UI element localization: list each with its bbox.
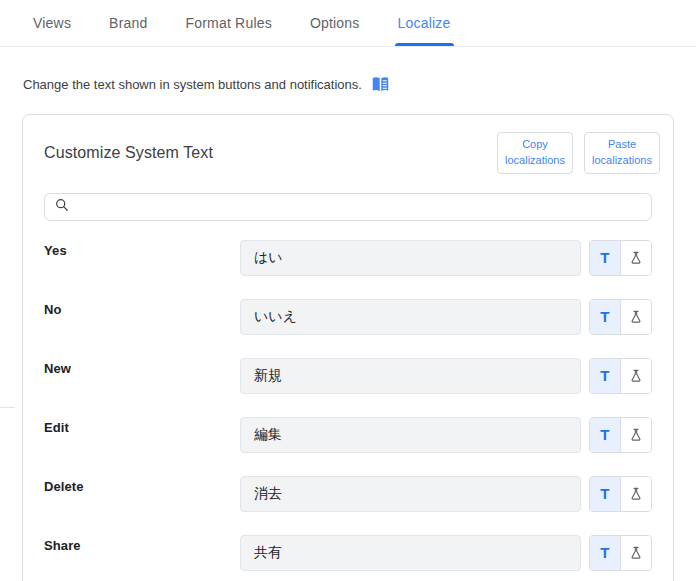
- tab-options-label: Options: [310, 15, 360, 31]
- row-no-input[interactable]: [240, 299, 581, 335]
- row-delete: Delete T: [44, 476, 652, 512]
- tab-localize[interactable]: Localize: [398, 0, 451, 46]
- row-edit: Edit T: [44, 417, 652, 453]
- row-yes-mode-toggle: T: [589, 240, 652, 276]
- card-title: Customize System Text: [44, 144, 213, 162]
- row-edit-input[interactable]: [240, 417, 581, 453]
- tab-format-rules[interactable]: Format Rules: [185, 0, 271, 46]
- search-box[interactable]: [44, 193, 652, 221]
- row-yes-input[interactable]: [240, 240, 581, 276]
- localization-rows: Yes T No T New T: [23, 240, 673, 571]
- row-no: No T: [44, 299, 652, 335]
- text-mode-button[interactable]: T: [590, 536, 621, 570]
- tab-localize-label: Localize: [398, 15, 451, 31]
- text-mode-button[interactable]: T: [590, 359, 621, 393]
- tab-bar: Views Brand Format Rules Options Localiz…: [0, 0, 696, 47]
- page-description: Change the text shown in system buttons …: [23, 76, 696, 93]
- text-mode-button[interactable]: T: [590, 418, 621, 452]
- text-mode-button[interactable]: T: [590, 477, 621, 511]
- paste-localizations-button[interactable]: Paste localizations: [584, 132, 660, 174]
- copy-localizations-button[interactable]: Copy localizations: [497, 132, 573, 174]
- tab-brand[interactable]: Brand: [109, 0, 147, 46]
- row-new-label: New: [44, 358, 240, 376]
- row-yes: Yes T: [44, 240, 652, 276]
- row-share: Share T: [44, 535, 652, 571]
- row-new-mode-toggle: T: [589, 358, 652, 394]
- card-header: Customize System Text Copy localizations…: [23, 115, 673, 189]
- text-mode-button[interactable]: T: [590, 241, 621, 275]
- tab-views[interactable]: Views: [33, 0, 71, 46]
- row-share-mode-toggle: T: [589, 535, 652, 571]
- row-new-input[interactable]: [240, 358, 581, 394]
- row-delete-label: Delete: [44, 476, 240, 494]
- row-no-label: No: [44, 299, 240, 317]
- flask-icon[interactable]: [621, 359, 651, 393]
- row-edit-label: Edit: [44, 417, 240, 435]
- search-input[interactable]: [77, 199, 641, 214]
- left-edge-divider: [0, 407, 15, 408]
- row-share-input[interactable]: [240, 535, 581, 571]
- row-delete-mode-toggle: T: [589, 476, 652, 512]
- tab-brand-label: Brand: [109, 15, 147, 31]
- page-description-text: Change the text shown in system buttons …: [23, 77, 362, 92]
- book-icon[interactable]: [371, 76, 390, 93]
- customize-system-text-card: Customize System Text Copy localizations…: [22, 114, 674, 581]
- tab-options[interactable]: Options: [310, 0, 360, 46]
- row-yes-label: Yes: [44, 240, 240, 258]
- row-share-label: Share: [44, 535, 240, 553]
- card-actions: Copy localizations Paste localizations: [497, 132, 660, 174]
- flask-icon[interactable]: [621, 477, 651, 511]
- text-mode-button[interactable]: T: [590, 300, 621, 334]
- flask-icon[interactable]: [621, 536, 651, 570]
- row-delete-input[interactable]: [240, 476, 581, 512]
- flask-icon[interactable]: [621, 241, 651, 275]
- search-icon: [55, 198, 69, 216]
- flask-icon[interactable]: [621, 418, 651, 452]
- row-no-mode-toggle: T: [589, 299, 652, 335]
- row-edit-mode-toggle: T: [589, 417, 652, 453]
- tab-format-rules-label: Format Rules: [185, 15, 271, 31]
- tab-views-label: Views: [33, 15, 71, 31]
- flask-icon[interactable]: [621, 300, 651, 334]
- row-new: New T: [44, 358, 652, 394]
